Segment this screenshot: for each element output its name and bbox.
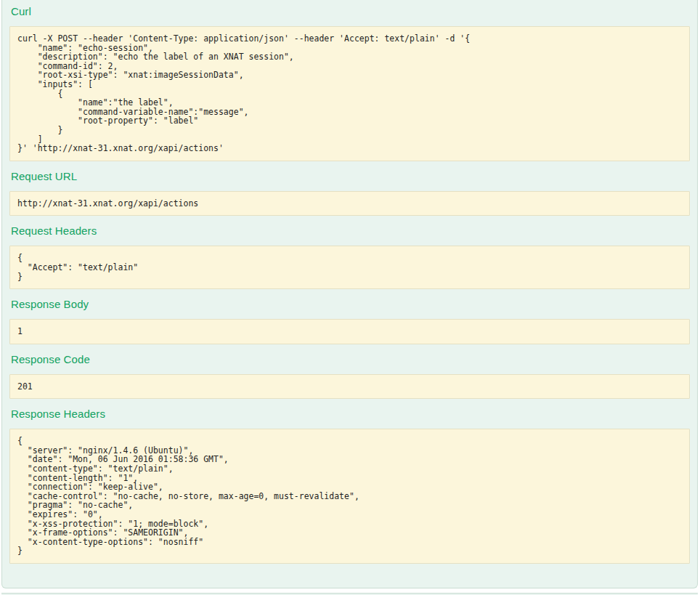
curl-command-code-block: curl -X POST --header 'Content-Type: app… (9, 26, 690, 161)
curl-section: Curl curl -X POST --header 'Content-Type… (9, 0, 690, 161)
response-code-code-block: 201 (9, 374, 690, 400)
response-body-code-block: 1 (9, 319, 690, 344)
response-body-heading: Response Body (11, 298, 688, 310)
response-body-section: Response Body 1 (9, 298, 690, 344)
curl-heading: Curl (11, 0, 688, 17)
response-headers-section: Response Headers { "server": "nginx/1.4.… (9, 408, 690, 564)
response-headers-heading: Response Headers (11, 408, 688, 420)
request-headers-section: Request Headers { "Accept": "text/plain"… (9, 224, 690, 289)
request-url-code-block: http://xnat-31.xnat.org/xapi/actions (9, 191, 690, 216)
request-headers-heading: Request Headers (11, 224, 688, 237)
request-headers-code-block: { "Accept": "text/plain" } (9, 246, 690, 289)
response-code-heading: Response Code (11, 353, 688, 365)
api-response-panel: Curl curl -X POST --header 'Content-Type… (1, 0, 698, 588)
response-headers-code-block: { "server": "nginx/1.4.6 (Ubuntu)", "dat… (9, 429, 690, 564)
request-url-section: Request URL http://xnat-31.xnat.org/xapi… (9, 170, 690, 216)
request-url-heading: Request URL (11, 170, 688, 182)
response-code-section: Response Code 201 (9, 353, 690, 400)
